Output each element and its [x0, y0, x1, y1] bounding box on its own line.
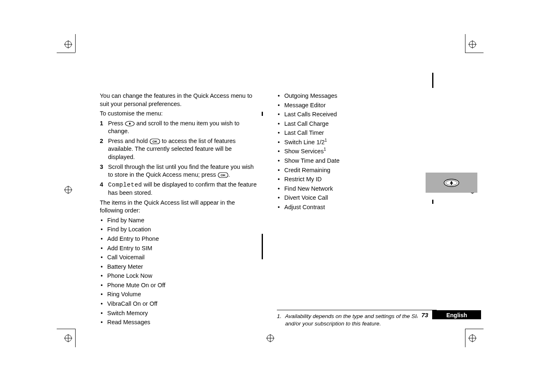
crop-mark [57, 53, 75, 53]
list-item: Switch Memory [100, 309, 260, 318]
list-item: Adjust Contrast [277, 203, 437, 212]
list-item: Phone Lock Now [100, 272, 260, 280]
list-item: Find by Location [100, 226, 260, 234]
customise-heading: To customise the menu: [100, 110, 260, 118]
crop-mark [465, 34, 465, 53]
list-item: Add Entry to SIM [100, 244, 260, 253]
footnote: 1. Availability depends on the type and … [277, 313, 437, 327]
left-column: You can change the features in the Quick… [100, 92, 260, 328]
svg-text:OK: OK [221, 173, 226, 177]
registration-mark-icon [64, 40, 72, 48]
list-item: Ring Volume [100, 291, 260, 299]
list-item: Call Voicemail [100, 254, 260, 262]
list-item: Add Entry to Phone [100, 235, 260, 243]
list-item: Show Time and Date [277, 157, 437, 165]
footnote-rule [277, 310, 437, 310]
list-item: Switch Line 1/21 [277, 138, 437, 147]
page-content: You can change the features in the Quick… [100, 92, 437, 328]
list-item: Last Call Timer [277, 129, 437, 137]
crop-mark [75, 329, 76, 347]
list-item: Read Messages [100, 318, 260, 327]
list-item: Outgoing Messages [277, 92, 437, 100]
registration-mark-icon [64, 186, 72, 194]
page-number: 73 [417, 310, 433, 319]
crop-mark [465, 53, 484, 53]
list-item: Show Services1 [277, 148, 437, 156]
right-column: Outgoing Messages Message Editor Last Ca… [277, 92, 437, 328]
step-3: 3 Scroll through the list until you find… [100, 163, 260, 179]
crop-mark [57, 329, 75, 329]
up-arrow-key-icon [125, 121, 135, 127]
step-2: 2 Press and hold OK to access the list o… [100, 137, 260, 161]
step-4: 4 Completed will be displayed to confirm… [100, 181, 260, 197]
page: You can change the features in the Quick… [0, 0, 555, 392]
crop-mark [465, 329, 484, 329]
list-item: VibraCall On or Off [100, 300, 260, 308]
registration-mark-icon [468, 40, 477, 48]
svg-text:OK: OK [152, 140, 157, 143]
list-item: Last Call Charge [277, 120, 437, 128]
crop-mark [465, 329, 465, 347]
features-list-left: Find by Name Find by Location Add Entry … [100, 217, 260, 327]
registration-mark-icon [468, 334, 477, 342]
list-item: Restrict My ID [277, 175, 437, 184]
crop-mark [75, 34, 76, 53]
language-label: English [432, 310, 481, 319]
list-item: Credit Remaining [277, 166, 437, 175]
footnote-ref: 1 [324, 148, 326, 152]
registration-mark-icon [64, 334, 72, 342]
up-arrow-key-icon [443, 178, 460, 187]
list-item: Battery Meter [100, 263, 260, 271]
features-list-right: Outgoing Messages Message Editor Last Ca… [277, 92, 437, 212]
step-1: 1 Press and scroll to the menu item you … [100, 120, 260, 136]
list-item: Find New Network [277, 185, 437, 193]
change-bar [432, 73, 433, 88]
list-item: Find by Name [100, 217, 260, 225]
list-intro-paragraph: The items in the Quick Access list will … [100, 199, 260, 215]
ok-key-icon: OK [218, 172, 228, 178]
intro-paragraph: You can change the features in the Quick… [100, 92, 260, 108]
footnote-ref: 1 [325, 138, 327, 143]
ok-key-icon: OK [150, 138, 160, 144]
list-item: Message Editor [277, 101, 437, 110]
page-footer: 73 English [417, 310, 481, 319]
list-item: Phone Mute On or Off [100, 281, 260, 290]
list-item: Last Calls Received [277, 111, 437, 119]
registration-mark-icon [266, 334, 274, 342]
list-item: Divert Voice Call [277, 194, 437, 202]
